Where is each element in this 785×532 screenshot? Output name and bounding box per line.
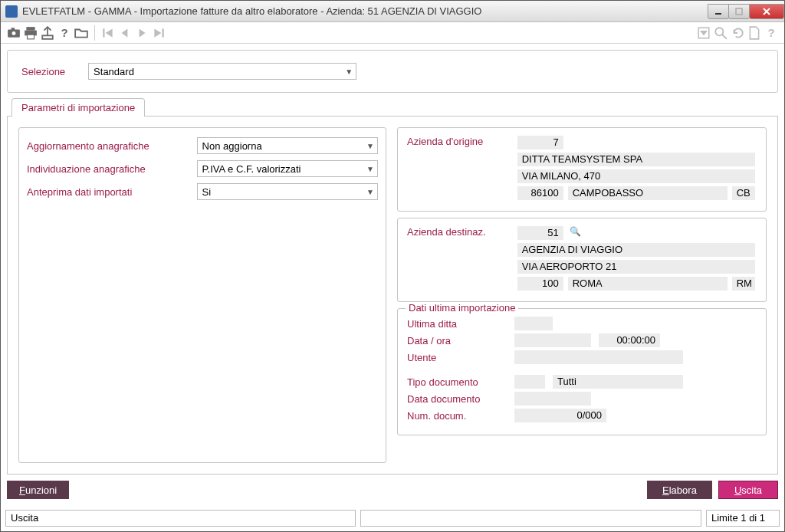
chevron-down-icon: ▼ (366, 188, 374, 196)
destinaz-panel: Azienda destinaz. 51 🔍 AGENZIA DI VIAGGI… (397, 218, 767, 302)
origine-name: DITTA TEAMSYSTEM SPA (517, 153, 755, 166)
dataora-date (514, 333, 591, 347)
selection-label: Selezione (21, 66, 65, 77)
action-bar: Funzioni Elabora Uscita (7, 479, 778, 504)
tipodoc-pre (514, 375, 545, 389)
destinaz-address: VIA AEROPORTO 21 (517, 260, 755, 274)
tipodoc-value: Tutti (553, 375, 683, 389)
svg-point-19 (715, 28, 723, 35)
close-button[interactable] (749, 4, 784, 19)
anteprima-label: Anteprima dati importati (27, 186, 189, 198)
camera-icon[interactable] (7, 26, 21, 40)
ultima-ditta-value (514, 317, 553, 330)
ultima-import-panel: Dati ultima importazione Ultima ditta Da… (397, 308, 767, 435)
maximize-button[interactable] (728, 4, 750, 19)
titlebar: EVLETFATLM - GAMMA - Importazione fattur… (1, 1, 784, 22)
destinaz-city: ROMA (568, 277, 728, 291)
utente-label: Utente (407, 352, 507, 363)
nav-first-icon[interactable] (101, 26, 115, 40)
chevron-down-icon: ▼ (366, 142, 374, 150)
dataora-time: 00:00:00 (599, 333, 660, 347)
anteprima-value: Si (202, 186, 212, 198)
help2-icon[interactable]: ? (764, 26, 778, 40)
status-mid (360, 510, 701, 527)
nav-last-icon[interactable] (152, 26, 166, 40)
origine-city: CAMPOBASSO (568, 186, 728, 200)
destinaz-name: AGENZIA DI VIAGGIO (517, 243, 755, 257)
status-right: Limite 1 di 1 (706, 510, 780, 527)
svg-marker-18 (701, 31, 707, 34)
origine-label: Azienda d'origine (407, 136, 514, 147)
numdoc-label: Num. docum. (407, 410, 507, 422)
uscita-button[interactable]: Uscita (718, 481, 778, 499)
minimize-button[interactable] (708, 4, 729, 19)
individuazione-label: Individuazione anagrafiche (27, 163, 189, 175)
datadoc-value (514, 392, 591, 406)
funzioni-button[interactable]: Funzioni (7, 481, 69, 499)
selection-combo[interactable]: Standard ▼ (88, 63, 356, 80)
aggiornamento-value: Non aggiorna (202, 140, 262, 152)
svg-rect-11 (103, 28, 104, 37)
page-icon[interactable] (747, 26, 761, 40)
folder-icon[interactable] (74, 26, 88, 40)
toolbar: ? ? (1, 22, 784, 44)
nav-next-icon[interactable] (135, 26, 149, 40)
svg-rect-16 (163, 28, 164, 37)
tipodoc-label: Tipo documento (407, 376, 507, 388)
svg-point-5 (12, 31, 16, 35)
nav-prev-icon[interactable] (118, 26, 132, 40)
destinaz-label: Azienda destinaz. (407, 226, 514, 238)
search-icon[interactable] (714, 26, 728, 40)
svg-marker-15 (154, 28, 161, 37)
aggiornamento-combo[interactable]: Non aggiorna ▼ (197, 137, 378, 154)
ultima-ditta-label: Ultima ditta (407, 318, 507, 330)
selection-panel: Selezione Standard ▼ (7, 50, 778, 93)
print-icon[interactable] (24, 26, 38, 40)
svg-rect-10 (42, 35, 53, 39)
content-area: Selezione Standard ▼ Parametri di import… (1, 44, 784, 510)
status-left: Uscita (5, 510, 356, 527)
ultima-legend: Dati ultima importazione (406, 302, 518, 314)
undo-icon[interactable] (731, 26, 744, 40)
tab-label: Parametri di importazione (21, 102, 135, 113)
window-title: EVLETFATLM - GAMMA - Importazione fattur… (22, 5, 708, 17)
origine-prov: CB (732, 186, 755, 200)
app-window: EVLETFATLM - GAMMA - Importazione fattur… (0, 0, 785, 532)
numdoc-value: 0/000 (514, 409, 606, 422)
help-icon[interactable]: ? (57, 26, 71, 40)
dropdown-icon[interactable] (697, 26, 711, 40)
svg-marker-14 (140, 28, 146, 37)
svg-rect-7 (26, 27, 34, 31)
origine-code: 7 (517, 136, 563, 149)
left-panel: Aggiornamento anagrafiche Non aggiorna ▼… (18, 127, 386, 463)
svg-rect-1 (736, 8, 742, 15)
window-controls (708, 4, 784, 19)
anteprima-combo[interactable]: Si ▼ (197, 183, 378, 200)
lookup-icon[interactable]: 🔍 (570, 226, 581, 240)
individuazione-combo[interactable]: P.IVA e C.F. valorizzati ▼ (197, 160, 378, 177)
svg-rect-6 (11, 28, 15, 30)
origine-address: VIA MILANO, 470 (517, 169, 755, 183)
origine-cap: 86100 (517, 186, 563, 200)
origine-panel: Azienda d'origine 7 DITTA TEAMSYSTEM SPA… (397, 127, 767, 212)
svg-marker-12 (106, 28, 113, 37)
svg-marker-13 (122, 28, 128, 37)
chevron-down-icon: ▼ (366, 165, 374, 173)
selection-value: Standard (94, 66, 134, 77)
statusbar: Uscita Limite 1 di 1 (1, 510, 784, 531)
tab-container: Parametri di importazione Aggiornamento … (7, 97, 778, 475)
utente-value (514, 350, 683, 364)
tab-body: Aggiornamento anagrafiche Non aggiorna ▼… (7, 116, 778, 475)
dataora-label: Data / ora (407, 335, 507, 346)
destinaz-prov: RM (732, 277, 755, 291)
export-icon[interactable] (41, 26, 54, 40)
destinaz-code[interactable]: 51 (517, 226, 563, 240)
elabora-button[interactable]: Elabora (647, 481, 712, 499)
individuazione-value: P.IVA e C.F. valorizzati (202, 163, 301, 175)
chevron-down-icon: ▼ (345, 67, 353, 76)
app-icon (5, 5, 18, 18)
destinaz-cap: 100 (517, 277, 563, 291)
tab-parametri[interactable]: Parametri di importazione (11, 98, 145, 117)
aggiornamento-label: Aggiornamento anagrafiche (27, 140, 189, 152)
svg-line-20 (722, 34, 727, 39)
